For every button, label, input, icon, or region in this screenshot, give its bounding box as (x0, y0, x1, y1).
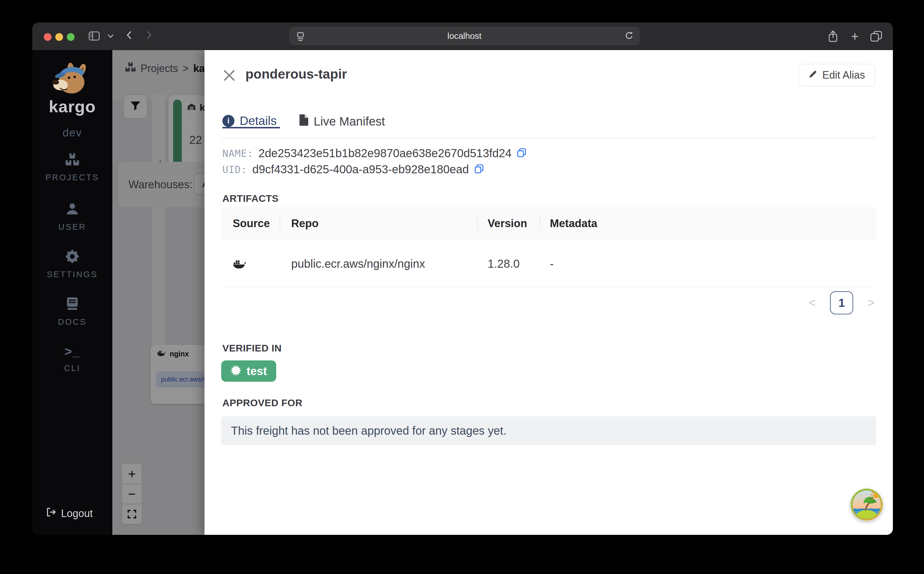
column-header-metadata: Metadata (550, 207, 597, 240)
cell-version: 1.28.0 (488, 240, 520, 288)
sidebar-item-docs[interactable]: DOCS (32, 297, 112, 327)
file-icon (299, 114, 308, 129)
next-page-button[interactable]: > (866, 296, 876, 310)
address-bar[interactable]: localhost (289, 27, 640, 45)
column-divider (477, 217, 478, 230)
titlebar-divider (104, 31, 105, 41)
new-tab-icon[interactable]: + (848, 30, 861, 43)
tab-details[interactable]: i Details (222, 114, 276, 128)
logout-label: Logout (61, 508, 93, 520)
seal-icon (231, 365, 242, 377)
copy-icon[interactable] (517, 148, 526, 159)
reload-icon[interactable] (625, 32, 633, 40)
user-icon (65, 202, 79, 217)
cell-metadata: - (550, 240, 554, 288)
sidebar-toggle-icon[interactable] (89, 32, 100, 41)
cell-repo: public.ecr.aws/nginx/nginx (291, 240, 425, 288)
back-icon[interactable] (127, 31, 131, 39)
close-window-button[interactable] (44, 33, 52, 41)
pagination: < 1 > (807, 291, 876, 314)
name-row: NAME: 2de253423e51b1b82e9870ae638e2670d5… (222, 147, 526, 160)
share-icon[interactable] (827, 30, 839, 43)
tab-overview-icon[interactable] (870, 30, 883, 42)
url-text: localhost (290, 27, 639, 45)
tab-label: Details (240, 114, 276, 128)
sidebar-item-label: DOCS (58, 317, 87, 327)
column-divider (280, 217, 280, 230)
info-icon: i (222, 115, 234, 127)
sidebar: kargo dev PROJECTS (32, 50, 112, 535)
active-tab-underline (222, 127, 280, 128)
sidebar-item-label: CLI (64, 364, 81, 373)
book-icon (65, 297, 79, 312)
minimize-window-button[interactable] (55, 33, 63, 41)
edit-alias-label: Edit Alias (822, 69, 865, 81)
column-header-repo: Repo (291, 207, 319, 240)
freight-details-drawer: ponderous-tapir Edit Alias i Details (204, 50, 893, 535)
browser-titlebar: localhost + (32, 22, 893, 50)
verified-stage-name: test (246, 365, 267, 378)
previous-page-button[interactable]: < (807, 296, 817, 310)
approved-for-heading: APPROVED FOR (222, 397, 302, 408)
verified-stage-badge-test[interactable]: test (221, 360, 276, 382)
sidebar-item-label: PROJECTS (46, 173, 100, 182)
sidebar-item-label: SETTINGS (47, 270, 98, 279)
terminal-icon: >_ (65, 345, 80, 358)
drawer-tabs: i Details Live Manifest (221, 112, 876, 138)
sidebar-item-projects[interactable]: PROJECTS (32, 153, 112, 182)
name-label: NAME: (222, 148, 253, 159)
logout-button[interactable]: Logout (46, 507, 93, 520)
freight-alias-title: ponderous-tapir (245, 66, 347, 82)
zoom-window-button[interactable] (67, 33, 74, 41)
tab-live-manifest[interactable]: Live Manifest (299, 114, 385, 129)
page-1-button[interactable]: 1 (830, 291, 853, 314)
pencil-icon (809, 69, 818, 81)
app-shell: kargo dev PROJECTS (32, 50, 893, 535)
artifacts-table: Source Repo Version Metadata (221, 207, 876, 288)
kargo-kangaroo-logo (32, 63, 112, 97)
edit-alias-button[interactable]: Edit Alias (798, 64, 875, 86)
logout-icon (46, 507, 57, 520)
sidebar-item-cli[interactable]: >_ CLI (32, 345, 112, 373)
brand-wordmark: kargo (32, 97, 112, 116)
uid-label: UID: (222, 164, 247, 175)
uid-value: d9cf4331-d625-400a-a953-eb928e180ead (252, 163, 469, 176)
close-icon[interactable] (222, 68, 236, 82)
tab-label: Live Manifest (314, 115, 385, 128)
copy-icon[interactable] (474, 164, 484, 175)
docker-icon (233, 240, 246, 288)
column-header-version: Version (488, 207, 527, 240)
column-header-source: Source (233, 207, 270, 240)
verified-in-heading: VERIFIED IN (222, 342, 282, 354)
table-row[interactable]: public.ecr.aws/nginx/nginx 1.28.0 - (221, 240, 876, 288)
sidebar-item-label: USER (58, 222, 87, 232)
sidebar-item-settings[interactable]: SETTINGS (32, 249, 112, 279)
island-widget[interactable] (850, 488, 883, 521)
environment-label: dev (32, 127, 112, 139)
boxes-icon (65, 153, 79, 167)
artifacts-heading: ARTIFACTS (222, 193, 278, 204)
approved-for-panel: This freight has not been approved for a… (221, 416, 876, 445)
sidebar-item-user[interactable]: USER (32, 202, 112, 232)
artifacts-table-header: Source Repo Version Metadata (221, 207, 876, 240)
browser-window: localhost + (32, 22, 893, 535)
screen: localhost + (0, 0, 924, 574)
approved-for-empty-message: This freight has not been approved for a… (231, 424, 506, 437)
forward-icon[interactable] (147, 31, 152, 39)
main-content: Projects > ka (112, 50, 893, 535)
gear-icon (65, 249, 79, 265)
uid-row: UID: d9cf4331-d625-400a-a953-eb928e180ea… (222, 163, 484, 176)
chevron-down-icon[interactable] (108, 35, 114, 38)
name-value: 2de253423e51b1b82e9870ae638e2670d513fd24 (258, 147, 512, 160)
column-divider (540, 217, 540, 230)
